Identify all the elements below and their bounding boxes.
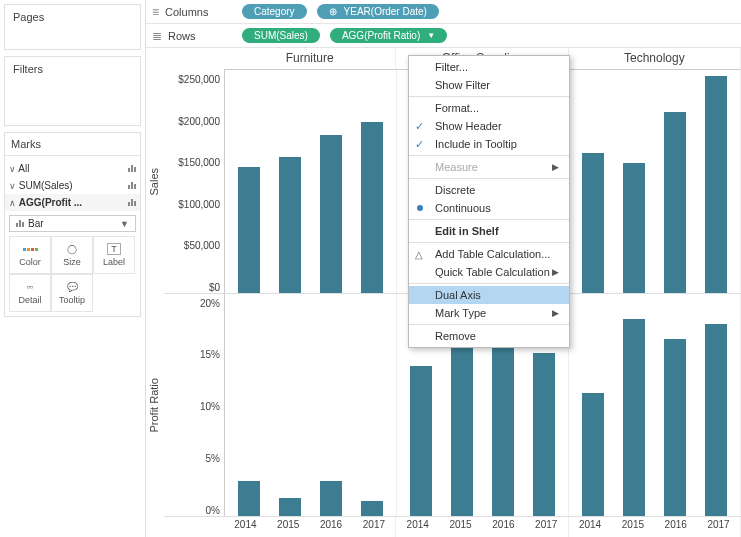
rows-icon: ≣ <box>152 29 162 43</box>
facet <box>569 294 741 517</box>
marks-all-label: All <box>18 163 29 174</box>
bar[interactable] <box>582 393 604 516</box>
mark-color-cell[interactable]: Color <box>9 236 51 274</box>
x-facet: 2014201520162017 <box>396 517 568 537</box>
menu-measure: Measure▶ <box>409 158 569 176</box>
bar[interactable] <box>410 366 432 516</box>
x-tick: 2015 <box>277 519 299 537</box>
menu-format[interactable]: Format... <box>409 99 569 117</box>
menu-editinshelf[interactable]: Edit in Shelf <box>409 222 569 240</box>
bar[interactable] <box>361 122 383 293</box>
y-tick: 0% <box>164 505 220 516</box>
marks-panel-title: Marks <box>5 133 140 156</box>
y-tick: $200,000 <box>164 116 220 127</box>
bar[interactable] <box>451 339 473 516</box>
mark-color-label: Color <box>19 257 41 267</box>
marks-aggprofit-row[interactable]: ∧ AGG(Profit ... <box>5 194 140 211</box>
mark-tooltip-label: Tooltip <box>59 295 85 305</box>
x-facet: 2014201520162017 <box>224 517 396 537</box>
pages-panel-title: Pages <box>9 9 136 25</box>
menu-continuous[interactable]: Continuous <box>409 199 569 217</box>
pill-category[interactable]: Category <box>242 4 307 19</box>
rows-shelf[interactable]: ≣Rows SUM(Sales) AGG(Profit Ratio)▼ <box>146 24 741 48</box>
marks-all-row[interactable]: ∨ All <box>5 160 140 177</box>
mark-type-dropdown[interactable]: Bar▼ <box>9 215 136 232</box>
x-tick: 2014 <box>407 519 429 537</box>
menu-filter[interactable]: Filter... <box>409 58 569 76</box>
marks-sumsales-row[interactable]: ∨ SUM(Sales) <box>5 177 140 194</box>
bar[interactable] <box>623 163 645 293</box>
rows-label: Rows <box>168 30 196 42</box>
mark-tooltip-cell[interactable]: 💬Tooltip <box>51 274 93 312</box>
menu-marktype[interactable]: Mark Type▶ <box>409 304 569 322</box>
x-tick: 2017 <box>363 519 385 537</box>
x-tick: 2016 <box>665 519 687 537</box>
columns-label: Columns <box>165 6 208 18</box>
bar[interactable] <box>533 353 555 516</box>
menu-showfilter[interactable]: Show Filter <box>409 76 569 94</box>
mark-size-cell[interactable]: ◯Size <box>51 236 93 274</box>
marks-sumsales-label: SUM(Sales) <box>19 180 73 191</box>
triangle-icon: △ <box>415 249 423 260</box>
y-tick: $50,000 <box>164 240 220 251</box>
bar[interactable] <box>664 112 686 292</box>
menu-showheader[interactable]: ✓Show Header <box>409 117 569 135</box>
x-facet: 2014201520162017 <box>569 517 741 537</box>
mark-detail-cell[interactable]: ▫▫Detail <box>9 274 51 312</box>
bar[interactable] <box>705 324 727 516</box>
pill-sumsales[interactable]: SUM(Sales) <box>242 28 320 43</box>
y-tick: 10% <box>164 401 220 412</box>
label-icon: T <box>107 243 121 255</box>
mark-size-label: Size <box>63 257 81 267</box>
bar[interactable] <box>238 481 260 516</box>
menu-remove[interactable]: Remove <box>409 327 569 345</box>
columns-icon: ≡ <box>152 5 159 19</box>
mark-label-label: Label <box>103 257 125 267</box>
y-tick: 15% <box>164 349 220 360</box>
bar[interactable] <box>320 135 342 292</box>
bar[interactable] <box>664 339 686 516</box>
x-tick: 2017 <box>707 519 729 537</box>
bars-icon <box>128 182 136 189</box>
tooltip-icon: 💬 <box>65 281 79 293</box>
y-tick: 20% <box>164 298 220 309</box>
y-tick: $100,000 <box>164 199 220 210</box>
context-menu: Filter... Show Filter Format... ✓Show He… <box>408 55 570 348</box>
menu-quicktablecalc[interactable]: Quick Table Calculation▶ <box>409 263 569 281</box>
bar[interactable] <box>320 481 342 516</box>
menu-discrete[interactable]: Discrete <box>409 181 569 199</box>
y-tick: $150,000 <box>164 157 220 168</box>
x-tick: 2016 <box>320 519 342 537</box>
x-tick: 2015 <box>449 519 471 537</box>
bar[interactable] <box>238 167 260 293</box>
x-tick: 2016 <box>492 519 514 537</box>
color-icon <box>23 248 38 251</box>
bar[interactable] <box>361 501 383 516</box>
pill-aggprofitratio[interactable]: AGG(Profit Ratio)▼ <box>330 28 447 43</box>
x-tick: 2017 <box>535 519 557 537</box>
radio-icon <box>417 205 423 211</box>
header-technology[interactable]: Technology <box>569 48 741 70</box>
x-tick: 2014 <box>234 519 256 537</box>
mark-label-cell[interactable]: TLabel <box>93 236 135 274</box>
mark-detail-label: Detail <box>18 295 41 305</box>
bar[interactable] <box>705 76 727 292</box>
y-tick: 5% <box>164 453 220 464</box>
bar[interactable] <box>279 498 301 516</box>
x-tick: 2014 <box>579 519 601 537</box>
bar[interactable] <box>582 153 604 292</box>
bar[interactable] <box>623 319 645 516</box>
check-icon: ✓ <box>415 138 424 151</box>
x-tick: 2015 <box>622 519 644 537</box>
menu-dualaxis[interactable]: Dual Axis <box>409 286 569 304</box>
bar[interactable] <box>279 157 301 292</box>
pill-year[interactable]: ⊕YEAR(Order Date) <box>317 4 439 19</box>
bar[interactable] <box>492 336 514 516</box>
menu-addtablecalc[interactable]: △Add Table Calculation... <box>409 245 569 263</box>
y-tick: $250,000 <box>164 74 220 85</box>
columns-shelf[interactable]: ≡Columns Category ⊕YEAR(Order Date) <box>146 0 741 24</box>
header-furniture[interactable]: Furniture <box>224 48 396 70</box>
profitratio-axis-title: Profit Ratio <box>146 294 164 518</box>
menu-includetooltip[interactable]: ✓Include in Tooltip <box>409 135 569 153</box>
filters-panel-title: Filters <box>9 61 136 77</box>
